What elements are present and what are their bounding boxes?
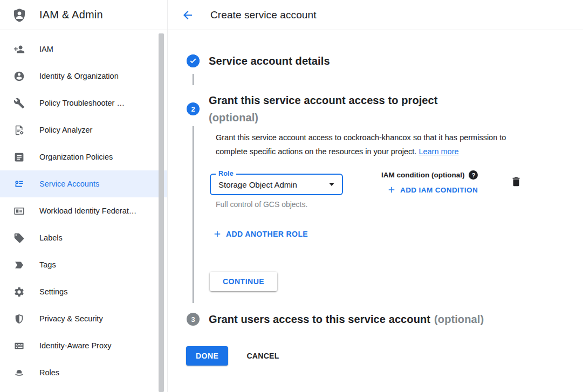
step1-title: Service account details — [209, 54, 330, 67]
step2-number-badge: 2 — [187, 102, 200, 115]
iam-condition-column: IAM condition (optional) ADD IAM CONDITI… — [381, 170, 478, 209]
cancel-button[interactable]: CANCEL — [245, 346, 280, 366]
sidebar-item-identity-aware-proxy[interactable]: Identity-Aware Proxy — [0, 332, 167, 359]
person-add-icon — [13, 43, 25, 55]
sidebar-item-labels[interactable]: Labels — [0, 224, 167, 251]
sidebar-item-label: Organization Policies — [39, 153, 113, 161]
step-grant-users: 3 Grant users access to this service acc… — [187, 313, 583, 326]
role-select-value: Storage Object Admin — [218, 180, 297, 189]
iam-condition-label-row: IAM condition (optional) — [381, 170, 478, 180]
form-actions: DONE CANCEL — [186, 346, 583, 366]
step2-title: Grant this service account access to pro… — [209, 92, 438, 109]
shield-icon — [13, 313, 25, 325]
sidebar-item-label: Settings — [39, 287, 67, 296]
sidebar-item-label: Labels — [39, 233, 63, 242]
tag-arrow-icon — [13, 259, 25, 271]
delete-role-button[interactable] — [510, 176, 522, 188]
account-circle-icon — [13, 70, 25, 82]
step3-heading: Grant users access to this service accou… — [209, 313, 484, 326]
sidebar-item-label: Policy Troubleshooter … — [39, 99, 125, 107]
sidebar-item-label: Roles — [39, 368, 59, 377]
article-icon — [13, 151, 25, 163]
sidebar-item-label: Service Accounts — [39, 180, 99, 188]
step2-description: Grant this service account access to coc… — [216, 130, 531, 159]
iam-condition-label: IAM condition (optional) — [381, 171, 464, 179]
sidebar-item-service-accounts[interactable]: Service Accounts — [0, 170, 167, 197]
sidebar-item-label: Identity-Aware Proxy — [39, 341, 112, 350]
chevron-down-icon — [329, 183, 334, 186]
step3-number-badge: 3 — [187, 313, 200, 326]
sidebar-item-settings[interactable]: Settings — [0, 278, 167, 305]
add-iam-condition-button[interactable]: ADD IAM CONDITION — [387, 185, 478, 195]
step-grant-access: 2 Grant this service account access to p… — [187, 92, 583, 126]
continue-button[interactable]: CONTINUE — [210, 272, 277, 291]
sidebar-item-privacy-security[interactable]: Privacy & Security — [0, 305, 167, 332]
step-service-account-details: Service account details — [187, 54, 583, 67]
sidebar-item-label: Policy Analyzer — [39, 126, 92, 134]
add-another-role-label: ADD ANOTHER ROLE — [226, 230, 308, 238]
service-account-icon — [13, 178, 25, 190]
sidebar-item-label: Privacy & Security — [39, 314, 103, 323]
sidebar-item-iam[interactable]: IAM — [0, 36, 167, 63]
learn-more-link[interactable]: Learn more — [419, 147, 458, 156]
sidebar-item-label: Workload Identity Federat… — [39, 207, 136, 215]
main-header: Create service account — [168, 0, 583, 30]
trash-icon — [510, 176, 522, 188]
hat-icon — [13, 367, 25, 379]
sidebar-title: IAM & Admin — [39, 9, 103, 21]
proxy-icon — [13, 340, 25, 352]
sidebar-item-label: IAM — [39, 45, 53, 53]
stepper-connector-line — [193, 74, 194, 85]
sidebar-item-tags[interactable]: Tags — [0, 251, 167, 278]
label-tag-icon — [13, 232, 25, 244]
step2-optional-label: (optional) — [209, 109, 438, 126]
role-row: Role Storage Object Admin Full control o… — [210, 174, 522, 209]
add-iam-condition-label: ADD IAM CONDITION — [400, 186, 478, 194]
sidebar-header: IAM & Admin — [0, 0, 167, 30]
step3-title: Grant users access to this service accou… — [209, 313, 430, 325]
step2-heading: Grant this service account access to pro… — [209, 92, 438, 126]
app-window: IAM & Admin IAM Identity & Organization … — [0, 0, 583, 392]
sidebar-item-label: Identity & Organization — [39, 72, 119, 80]
sidebar: IAM & Admin IAM Identity & Organization … — [0, 0, 168, 392]
step3-optional-label: (optional) — [434, 313, 484, 325]
badge-card-icon — [13, 205, 25, 217]
plus-icon — [387, 185, 396, 195]
wrench-icon — [13, 97, 25, 109]
iam-admin-shield-icon — [12, 8, 27, 23]
sidebar-item-roles[interactable]: Roles — [0, 359, 167, 386]
gear-icon — [13, 286, 25, 298]
sidebar-scrollbar[interactable] — [159, 33, 164, 392]
role-column: Role Storage Object Admin Full control o… — [210, 174, 343, 209]
page-title: Create service account — [210, 9, 317, 21]
role-helper-text: Full control of GCS objects. — [216, 200, 343, 209]
role-select[interactable]: Role Storage Object Admin — [210, 174, 343, 195]
create-service-account-form: Service account details 2 Grant this ser… — [168, 30, 583, 366]
add-another-role-button[interactable]: ADD ANOTHER ROLE — [212, 229, 308, 239]
step1-completed-check-icon — [187, 54, 200, 67]
sidebar-item-policy-analyzer[interactable]: Policy Analyzer — [0, 116, 167, 143]
sidebar-item-policy-troubleshooter[interactable]: Policy Troubleshooter … — [0, 90, 167, 116]
plus-icon — [212, 229, 222, 239]
sidebar-item-identity-organization[interactable]: Identity & Organization — [0, 63, 167, 90]
sidebar-nav: IAM Identity & Organization Policy Troub… — [0, 30, 167, 386]
step2-description-text: Grant this service account access to coc… — [216, 133, 506, 156]
done-button[interactable]: DONE — [186, 346, 228, 366]
main-panel: Create service account Service account d… — [168, 0, 583, 392]
back-arrow-icon[interactable] — [181, 9, 194, 22]
document-gear-icon — [13, 124, 25, 136]
sidebar-item-workload-identity-federation[interactable]: Workload Identity Federat… — [0, 197, 167, 224]
sidebar-item-label: Tags — [39, 260, 56, 269]
sidebar-item-organization-policies[interactable]: Organization Policies — [0, 143, 167, 170]
role-select-label: Role — [216, 170, 236, 177]
help-icon[interactable] — [469, 170, 478, 180]
step2-body: Grant this service account access to coc… — [193, 126, 583, 303]
